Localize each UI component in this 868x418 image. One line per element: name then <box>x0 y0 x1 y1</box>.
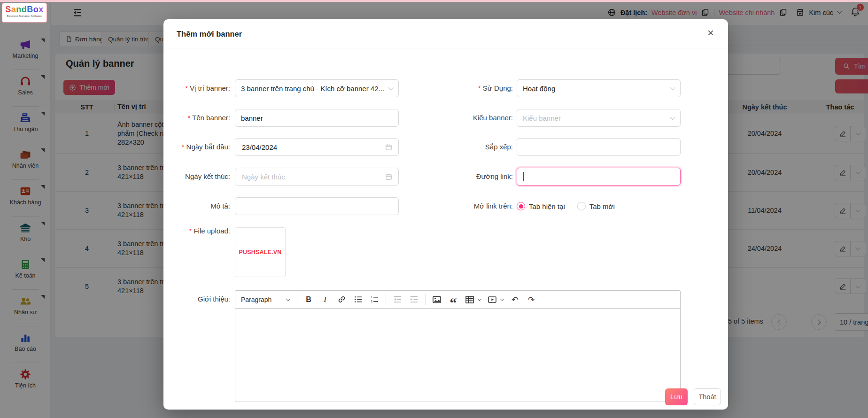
calendar-icon <box>385 173 393 181</box>
screen: Marketing Sales Thu ngân <box>0 0 868 418</box>
redo-icon[interactable]: ↷ <box>526 294 536 306</box>
end-date-input[interactable] <box>241 172 372 181</box>
bulleted-list-icon[interactable] <box>353 294 363 306</box>
bold-icon[interactable]: B <box>303 294 314 306</box>
field-label-status: Sử Dụng: <box>417 79 513 97</box>
order-input[interactable] <box>517 138 681 156</box>
radio-tab-moi[interactable]: Tab mới <box>577 202 615 210</box>
chevron-down-icon <box>670 115 675 120</box>
field-label-type: Kiểu banner: <box>417 109 513 127</box>
close-icon[interactable]: × <box>704 26 718 40</box>
calendar-icon <box>385 143 393 151</box>
outdent-icon[interactable] <box>392 294 403 306</box>
paragraph-dropdown-value: Paragraph <box>241 296 271 303</box>
chevron-down-icon[interactable] <box>500 297 504 301</box>
file-upload-preview[interactable]: PUSHSALE.VN <box>235 227 286 277</box>
modal-footer: Lưu Thoát <box>163 384 728 410</box>
file-preview-text: PUSHSALE.VN <box>239 249 281 255</box>
top-accent-strip <box>0 0 868 2</box>
open-in-radio-group: Tab hiện tại Tab mới <box>517 197 615 215</box>
status-select[interactable]: Hoạt động <box>517 79 681 97</box>
chevron-down-icon <box>670 85 675 90</box>
radio-tab-hien-tai[interactable]: Tab hiện tại <box>517 202 565 210</box>
banner-type-select[interactable]: Kiểu banner <box>517 109 681 127</box>
link-icon[interactable] <box>336 294 347 306</box>
description-input[interactable] <box>235 197 399 215</box>
field-label-link: Đường link: <box>417 168 513 186</box>
add-banner-modal: Thêm mới banner × Vị trí banner: 3 banne… <box>163 19 728 410</box>
end-date-picker[interactable] <box>235 168 399 186</box>
editor-toolbar: Paragraph B I 12 “ <box>235 291 680 309</box>
status-select-value: Hoạt động <box>523 85 555 93</box>
logo-tagline: Business Manager Software <box>3 14 45 17</box>
chevron-down-icon[interactable] <box>478 297 481 301</box>
position-select[interactable]: 3 banner trên trang chủ - Kích cỡ banner… <box>235 79 399 97</box>
radio-unselected-icon <box>577 202 586 210</box>
start-date-picker[interactable] <box>235 138 399 156</box>
field-label-description: Mô tả: <box>163 197 230 215</box>
undo-icon[interactable]: ↶ <box>510 294 520 306</box>
quote-icon[interactable]: “ <box>448 294 458 306</box>
banner-name-input[interactable] <box>235 109 399 127</box>
chevron-down-icon <box>286 296 291 301</box>
field-label-position: Vị trí banner: <box>163 79 230 97</box>
radio-label: Tab mới <box>589 202 615 210</box>
field-label-order: Sắp xếp: <box>417 138 513 156</box>
image-icon[interactable] <box>432 294 442 306</box>
field-label-start-date: Ngày bắt đầu: <box>163 138 230 156</box>
logo-wordmark: SandBox <box>2 5 46 14</box>
field-label-name: Tên banner: <box>163 109 230 127</box>
link-input[interactable] <box>517 168 681 186</box>
field-label-file: File upload: <box>163 222 230 240</box>
exit-button[interactable]: Thoát <box>694 388 721 405</box>
banner-type-placeholder: Kiểu banner <box>523 114 561 122</box>
start-date-input[interactable] <box>241 143 372 152</box>
indent-icon[interactable] <box>409 294 419 306</box>
position-select-value: 3 banner trên trang chủ - Kích cỡ banner… <box>241 85 384 93</box>
text-caret <box>523 172 524 181</box>
svg-text:1: 1 <box>371 295 372 299</box>
radio-selected-icon <box>517 202 525 210</box>
radio-label: Tab hiện tại <box>529 202 565 210</box>
modal-header: Thêm mới banner × <box>163 19 728 48</box>
numbered-list-icon[interactable]: 12 <box>369 294 380 306</box>
media-icon[interactable] <box>487 294 497 306</box>
chevron-down-icon <box>388 85 393 90</box>
save-button[interactable]: Lưu <box>665 388 688 405</box>
paragraph-dropdown[interactable]: Paragraph <box>240 294 291 305</box>
italic-icon[interactable]: I <box>320 294 330 306</box>
modal-body: Vị trí banner: 3 banner trên trang chủ -… <box>163 48 728 384</box>
field-label-open-in: Mở link trên: <box>417 197 513 215</box>
svg-text:2: 2 <box>371 300 372 303</box>
modal-title: Thêm mới banner <box>177 30 242 39</box>
table-icon[interactable] <box>465 294 475 306</box>
app-logo[interactable]: SandBox Business Manager Software <box>2 3 47 23</box>
field-label-intro: Giới thiệu: <box>163 290 230 308</box>
field-label-end-date: Ngày kết thúc: <box>163 168 230 186</box>
